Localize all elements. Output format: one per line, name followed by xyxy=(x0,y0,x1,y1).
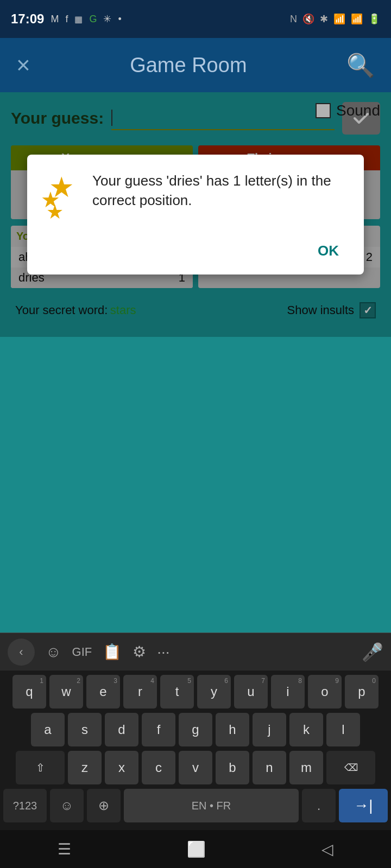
page-title: Game Room xyxy=(130,54,247,77)
star-icon: ✳ xyxy=(103,13,111,25)
nav-back-icon[interactable]: ◁ xyxy=(321,840,333,858)
keyboard-area: ‹ ☺ GIF 📋 ⚙ ··· 🎤 1q 2w 3e 4r 5t xyxy=(0,633,391,830)
key-m[interactable]: m xyxy=(289,751,323,784)
status-left: 17:09 M f ▦ G ✳ • xyxy=(11,11,122,27)
game-area: Sound Your guess: Your progress xyxy=(0,92,391,337)
nav-menu-icon[interactable]: ☰ xyxy=(58,840,71,858)
key-f[interactable]: f xyxy=(142,713,175,746)
clipboard-toolbar-icon[interactable]: 📋 xyxy=(103,643,122,661)
dialog-message: Your guess 'dries' has 1 letter(s) in th… xyxy=(92,171,348,210)
key-space[interactable]: EN • FR xyxy=(124,789,299,822)
keyboard-row-2: a s d f g h j k l xyxy=(3,713,388,746)
key-z[interactable]: z xyxy=(68,751,102,784)
key-d[interactable]: d xyxy=(105,713,138,746)
dialog-content: ★ ★ ★ Your guess 'dries' has 1 letter(s)… xyxy=(43,171,348,225)
search-icon[interactable]: 🔍 xyxy=(346,52,375,79)
microphone-icon[interactable]: 🎤 xyxy=(362,642,383,662)
key-shift[interactable]: ⇧ xyxy=(16,751,65,784)
keyboard-row-3: ⇧ z x c v b n m ⌫ xyxy=(3,751,388,784)
keyboard-row-1: 1q 2w 3e 4r 5t 6y 7u 8i xyxy=(3,675,388,709)
key-k[interactable]: k xyxy=(289,713,323,746)
key-r[interactable]: 4r xyxy=(123,675,157,709)
n-icon: Ν xyxy=(290,14,297,25)
signal-icon: 📶 xyxy=(351,13,363,25)
keyboard-bottom-row: ?123 ☺ ⊕ EN • FR . →| xyxy=(3,789,388,822)
status-time: 17:09 xyxy=(11,11,44,27)
emoji-toolbar-icon[interactable]: ☺ xyxy=(46,643,61,661)
ok-button[interactable]: OK xyxy=(309,238,348,264)
keyboard-back-button[interactable]: ‹ xyxy=(8,639,35,666)
bluetooth-icon: ✱ xyxy=(320,13,328,25)
key-s[interactable]: s xyxy=(68,713,102,746)
keyboard-rows: 1q 2w 3e 4r 5t 6y 7u 8i xyxy=(0,671,391,830)
wifi-icon: 📶 xyxy=(333,13,345,25)
status-right: Ν 🔇 ✱ 📶 📶 🔋 xyxy=(290,13,380,25)
dialog-overlay: ★ ★ ★ Your guess 'dries' has 1 letter(s)… xyxy=(0,92,391,337)
header: × Game Room 🔍 xyxy=(0,38,391,92)
key-globe[interactable]: ⊕ xyxy=(87,789,121,822)
key-h[interactable]: h xyxy=(216,713,249,746)
key-b[interactable]: b xyxy=(216,751,249,784)
key-g[interactable]: g xyxy=(179,713,212,746)
key-e[interactable]: 3e xyxy=(86,675,120,709)
qr-icon: ▦ xyxy=(74,14,83,24)
close-button[interactable]: × xyxy=(16,52,30,79)
key-c[interactable]: c xyxy=(142,751,175,784)
more-toolbar-icon[interactable]: ··· xyxy=(157,643,169,661)
status-bar: 17:09 M f ▦ G ✳ • Ν 🔇 ✱ 📶 📶 🔋 xyxy=(0,0,391,38)
green-icon: G xyxy=(89,14,97,25)
key-x[interactable]: x xyxy=(105,751,138,784)
key-i[interactable]: 8i xyxy=(271,675,305,709)
mute-icon: 🔇 xyxy=(302,13,314,25)
nav-bar: ☰ ⬜ ◁ xyxy=(0,830,391,868)
key-backspace[interactable]: ⌫ xyxy=(326,751,375,784)
key-o[interactable]: 9o xyxy=(308,675,342,709)
key-y[interactable]: 6y xyxy=(197,675,231,709)
key-num-switch[interactable]: ?123 xyxy=(3,789,47,822)
key-q[interactable]: 1q xyxy=(12,675,46,709)
key-u[interactable]: 7u xyxy=(234,675,268,709)
keyboard-toolbar: ‹ ☺ GIF 📋 ⚙ ··· 🎤 xyxy=(0,633,391,671)
key-j[interactable]: j xyxy=(253,713,286,746)
settings-toolbar-icon[interactable]: ⚙ xyxy=(133,643,146,661)
key-p[interactable]: 0p xyxy=(345,675,379,709)
key-v[interactable]: v xyxy=(179,751,212,784)
key-a[interactable]: a xyxy=(31,713,65,746)
dialog-actions: OK xyxy=(43,238,348,264)
dot-icon: • xyxy=(118,14,121,25)
gif-toolbar-button[interactable]: GIF xyxy=(72,645,92,659)
nav-home-icon[interactable]: ⬜ xyxy=(187,840,206,858)
facebook-icon: f xyxy=(65,14,68,25)
gmail-icon: M xyxy=(51,14,59,25)
key-n[interactable]: n xyxy=(253,751,286,784)
key-enter[interactable]: →| xyxy=(339,789,388,822)
battery-icon: 🔋 xyxy=(368,13,380,25)
key-emoji[interactable]: ☺ xyxy=(50,789,84,822)
key-w[interactable]: 2w xyxy=(49,675,83,709)
key-dot[interactable]: . xyxy=(302,789,336,822)
star-mid2-icon: ★ xyxy=(46,201,64,224)
key-l[interactable]: l xyxy=(326,713,360,746)
key-t[interactable]: 5t xyxy=(160,675,194,709)
dialog-stars: ★ ★ ★ xyxy=(43,171,81,225)
dialog: ★ ★ ★ Your guess 'dries' has 1 letter(s)… xyxy=(27,155,364,275)
